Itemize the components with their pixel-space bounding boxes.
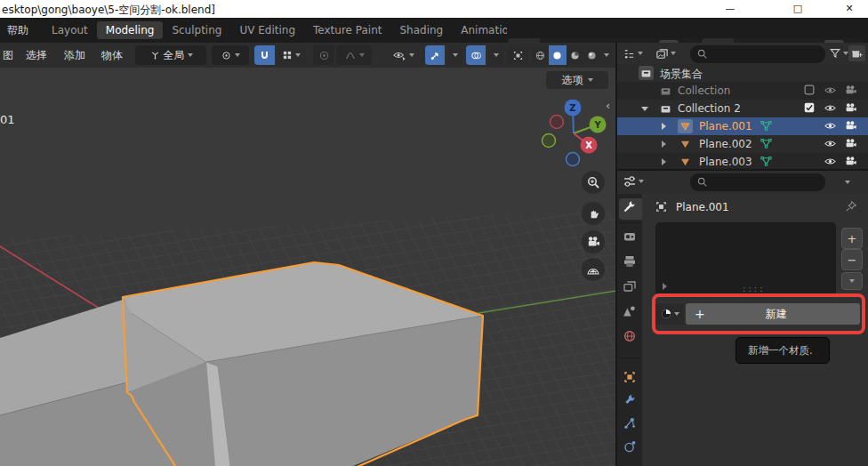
tab-uv-editing[interactable]: UV Editing — [230, 21, 304, 39]
checkbox-checked-icon[interactable] — [803, 101, 817, 116]
tab-particles-icon[interactable] — [623, 416, 637, 430]
hide-eye-icon[interactable] — [824, 119, 838, 133]
properties-search-input[interactable] — [690, 173, 825, 191]
hide-eye-icon[interactable] — [824, 155, 838, 169]
expand-arrow-icon[interactable] — [662, 158, 666, 165]
disable-render-icon[interactable] — [844, 101, 858, 116]
3d-viewport[interactable] — [0, 68, 616, 466]
camera-view-button[interactable] — [582, 230, 605, 253]
shading-dropdown[interactable] — [600, 45, 612, 65]
new-collection-button[interactable] — [848, 45, 865, 61]
outliner-editor-type-dropdown[interactable] — [623, 44, 643, 62]
minimize-button[interactable]: — — [711, 0, 749, 18]
snap-toggle[interactable] — [254, 45, 275, 65]
close-button[interactable]: ✕ — [831, 0, 868, 18]
properties-options-dropdown[interactable] — [845, 181, 850, 184]
tab-world-icon[interactable] — [623, 329, 637, 343]
maximize-button[interactable]: □ — [779, 0, 816, 18]
snap-to-dropdown[interactable] — [277, 45, 306, 65]
gizmo-dropdown[interactable] — [447, 45, 462, 65]
disable-render-icon[interactable] — [844, 84, 858, 98]
move-view-button[interactable] — [582, 202, 605, 225]
outliner-filter-dropdown[interactable] — [829, 44, 848, 62]
filter-expand-icon[interactable] — [663, 283, 667, 290]
object-name[interactable]: Plane.002 — [699, 138, 752, 150]
tab-animation[interactable]: Animation — [452, 21, 507, 39]
show-gizmo-toggle[interactable] — [425, 45, 445, 65]
tab-scene-icon[interactable] — [623, 304, 637, 318]
outliner-row-collection[interactable]: Collection — [617, 82, 868, 100]
axis-minus-x-ball[interactable] — [551, 116, 564, 129]
collection-2-label[interactable]: Collection 2 — [678, 102, 741, 115]
checkbox-unchecked-icon[interactable] — [803, 84, 817, 98]
tab-shading[interactable]: Shading — [390, 21, 452, 39]
zoom-button[interactable] — [582, 171, 605, 194]
shading-solid-button[interactable] — [549, 45, 566, 65]
object-name[interactable]: Plane.001 — [699, 120, 752, 133]
options-dropdown[interactable]: 选项 — [546, 71, 608, 89]
tab-output-icon[interactable] — [623, 254, 637, 269]
navigation-gizmo[interactable]: Z Y X — [539, 100, 610, 171]
hide-eye-icon[interactable] — [824, 84, 838, 98]
axis-minus-y-ball[interactable] — [542, 134, 556, 148]
xray-toggle[interactable] — [507, 45, 528, 65]
outliner-row-plane-002[interactable]: Plane.002 — [617, 135, 868, 153]
disable-render-icon[interactable] — [844, 155, 858, 169]
browse-material-dropdown[interactable] — [655, 303, 684, 325]
chevron-down-icon — [494, 53, 499, 57]
tab-modifiers-icon[interactable] — [623, 393, 637, 407]
object-name[interactable]: Plane.003 — [699, 156, 752, 168]
tab-view-layer-icon[interactable] — [623, 279, 637, 293]
hand-icon — [587, 207, 600, 221]
help-menu[interactable]: 帮助 — [7, 23, 28, 38]
show-overlays-toggle[interactable] — [466, 45, 486, 65]
pivot-point-dropdown[interactable] — [212, 45, 249, 65]
remove-slot-button[interactable]: − — [841, 249, 863, 270]
outliner-row-plane-003[interactable]: Plane.003 — [617, 153, 868, 169]
outliner-row-plane-001[interactable]: Plane.001 — [617, 117, 868, 135]
collapse-arrow-icon[interactable] — [641, 107, 648, 111]
tab-layout[interactable]: Layout — [43, 21, 97, 39]
hide-eye-icon[interactable] — [824, 101, 838, 116]
shading-material-button[interactable] — [567, 45, 583, 65]
shading-rendered-button[interactable] — [583, 45, 600, 65]
show-hide-dropdown[interactable] — [382, 45, 423, 65]
transform-orientation-dropdown[interactable]: 全局 — [135, 45, 206, 65]
breadcrumb[interactable]: Plane.001 — [676, 201, 729, 213]
scene-collection-label[interactable]: 场景集合 — [660, 67, 703, 82]
outliner-row-collection-2[interactable]: Collection 2 — [617, 100, 868, 117]
overlays-dropdown[interactable] — [488, 45, 503, 65]
slot-specials-dropdown[interactable] — [841, 272, 863, 290]
outliner-display-mode-dropdown[interactable] — [655, 44, 676, 62]
select-menu[interactable]: 选择 — [26, 48, 47, 63]
tab-sculpting[interactable]: Sculpting — [163, 21, 230, 39]
tab-physics-icon[interactable] — [623, 439, 637, 454]
outliner-row-scene-collection[interactable]: 场景集合 — [617, 64, 868, 82]
tab-modeling[interactable]: Modeling — [97, 21, 164, 39]
proportional-editing-toggle[interactable] — [313, 45, 334, 65]
expand-arrow-icon[interactable] — [662, 123, 666, 130]
toggle-orthographic-button[interactable] — [582, 258, 605, 281]
disable-render-icon[interactable] — [844, 137, 858, 151]
pin-id-icon[interactable] — [845, 200, 857, 213]
material-slot-list[interactable]: :::: — [655, 222, 836, 295]
collection-label[interactable]: Collection — [678, 84, 730, 97]
tab-tool-icon[interactable] — [623, 199, 637, 213]
hide-eye-icon[interactable] — [824, 137, 838, 151]
expand-arrow-icon[interactable] — [662, 141, 666, 148]
resize-grip-icon[interactable]: :::: — [742, 285, 765, 293]
disable-render-icon[interactable] — [844, 119, 858, 133]
tab-object-icon[interactable] — [623, 370, 637, 384]
outliner-search-input[interactable] — [690, 45, 825, 63]
object-menu[interactable]: 物体 — [101, 48, 123, 63]
new-material-button[interactable]: + 新建 — [686, 303, 860, 325]
tab-texture-paint[interactable]: Texture Paint — [304, 21, 390, 39]
add-slot-button[interactable]: + — [841, 228, 863, 249]
shading-wireframe-button[interactable] — [532, 45, 549, 65]
add-menu[interactable]: 添加 — [64, 48, 85, 63]
view-menu[interactable]: 图 — [3, 48, 13, 63]
properties-editor-type-dropdown[interactable] — [623, 173, 644, 190]
axis-minus-z-ball[interactable] — [567, 153, 580, 166]
proportional-falloff-dropdown[interactable] — [336, 45, 372, 65]
tab-render-icon[interactable] — [623, 229, 637, 244]
